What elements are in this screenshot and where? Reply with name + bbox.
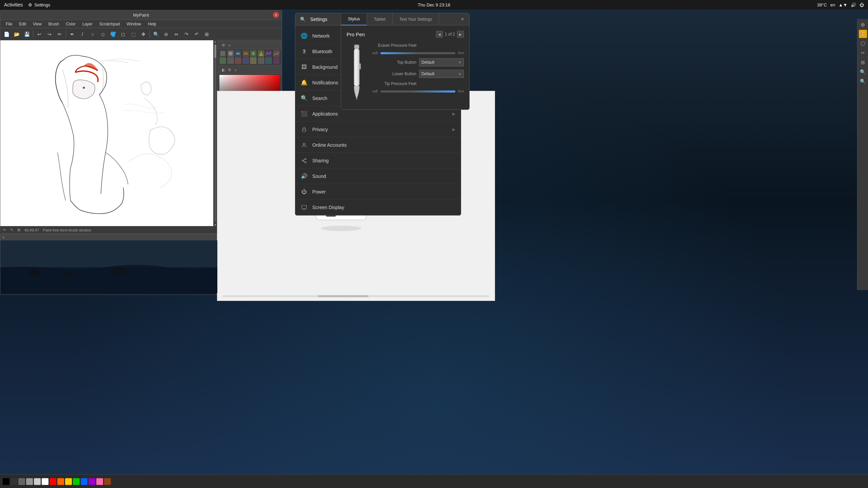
menu-window[interactable]: Window [124,21,144,27]
tablet-scrollbar[interactable] [217,294,495,298]
settings-search-icon[interactable]: 🔍 [298,15,308,24]
brush-cell[interactable] [227,57,234,64]
brush-cell[interactable] [273,50,280,57]
color-swatch[interactable] [26,478,33,485]
settings-nav-item-power[interactable]: ⏻ Power [295,184,461,200]
scroll-up-btn[interactable]: ▲ [214,40,217,43]
toolbar-save[interactable]: 💾 [22,29,32,39]
toolbar-open[interactable]: 📂 [12,29,21,39]
tool-btn-3[interactable]: ⬡ [859,39,867,47]
tip-pressure-slider[interactable] [380,90,455,93]
color-swatch[interactable] [96,478,103,485]
color-swatch[interactable] [3,478,9,485]
brush-cell[interactable] [242,50,249,57]
brush-cell[interactable] [258,57,264,64]
brush-cell[interactable] [265,57,272,64]
brush-cell[interactable] [235,57,241,64]
color-swatch[interactable] [88,478,95,485]
color-swatch[interactable] [81,478,87,485]
toolbar-fill[interactable]: 🪣 [108,29,118,39]
stylus-close-button[interactable]: × [457,14,468,25]
color-swatch[interactable] [65,478,72,485]
lower-button-dropdown[interactable]: Default ▼ [419,70,464,78]
menu-help[interactable]: Help [145,21,159,27]
toolbar-select[interactable]: ⬚ [129,29,138,39]
panel2-btn3[interactable]: × [233,67,238,73]
color-swatch[interactable] [18,478,25,485]
menu-brush[interactable]: Brush [46,21,62,27]
menu-file[interactable]: File [3,21,15,27]
toolbar-rotate-ccw[interactable]: ↶ [192,29,201,39]
color-swatch[interactable] [42,478,48,485]
brush-cell[interactable] [273,57,280,64]
brush-cell[interactable] [235,50,241,57]
settings-nav-item-privacy[interactable]: Privacy ▶ [295,122,461,137]
tool-btn-5[interactable]: ⊞ [859,58,867,66]
panel2-btn1[interactable]: ◧ [221,67,226,73]
brush-cell[interactable] [219,50,226,57]
settings-nav-item-sharing[interactable]: Sharing [295,153,461,168]
brush-cell[interactable] [219,57,226,64]
panel-btn-gear[interactable]: ⚙ [221,43,226,48]
menu-view[interactable]: View [30,21,44,27]
toolbar-fit[interactable]: ⊞ [202,29,212,39]
color-swatch[interactable] [73,478,80,485]
mypaint-close-button[interactable]: × [273,12,279,18]
toolbar-move[interactable]: ✥ [139,29,148,39]
panel-btn-close[interactable]: × [227,43,232,48]
stylus-tab-tablet[interactable]: Tablet [367,13,393,25]
toolbar-redo[interactable]: ↪ [45,29,54,39]
color-swatch[interactable] [57,478,64,485]
eraser-pressure-slider[interactable] [380,52,455,54]
toolbar-eraser[interactable]: ◻ [118,29,128,39]
brush-cell[interactable] [265,50,272,57]
tool-btn-7[interactable]: 🔍 [859,77,867,85]
stylus-tab-test[interactable]: Test Your Settings [393,13,439,25]
activities-button[interactable]: Activities [4,2,23,7]
mypaint-canvas[interactable]: ▲ ▼ [0,40,217,226]
settings-nav-item-online-accounts[interactable]: Online Accounts [295,137,461,153]
stylus-panel: Stylus Tablet Test Your Settings × Pro P… [341,13,470,110]
svg-point-9 [112,267,126,275]
toolbar-zoom-out[interactable]: ⊖ [161,29,171,39]
toolbar-shape[interactable]: ◇ [98,29,107,39]
network-icon: ▲▼ [839,2,847,7]
menu-color[interactable]: Color [63,21,78,27]
color-swatch[interactable] [50,478,56,485]
color-swatch[interactable] [34,478,41,485]
thumb-close-btn[interactable]: × [2,235,4,239]
color-swatch[interactable] [104,478,111,485]
settings-nav-item-sound[interactable]: 🔊 Sound [295,168,461,184]
prev-page-button[interactable]: ◀ [436,31,443,38]
menu-layer[interactable]: Layer [80,21,95,27]
toolbar-mirror[interactable]: ⇔ [172,29,181,39]
brush-cell[interactable] [250,57,257,64]
tool-btn-2[interactable]: 🎨 [859,30,867,38]
color-palette-row [0,478,114,485]
next-page-button[interactable]: ▶ [457,31,464,38]
toolbar-zoom-in[interactable]: 🔍 [151,29,161,39]
tool-btn-6[interactable]: 🔍 [859,68,867,76]
brush-cell[interactable] [242,57,249,64]
notifications-label: Notifications [312,80,338,85]
top-button-dropdown[interactable]: Default ▼ [419,58,464,66]
scroll-down-btn[interactable]: ▼ [214,223,217,226]
menu-scratchpad[interactable]: Scratchpad [97,21,123,27]
toolbar-pencil[interactable]: ✒ [67,29,77,39]
toolbar-undo[interactable]: ↩ [35,29,44,39]
stylus-tab-stylus[interactable]: Stylus [341,13,367,25]
panel2-btn2[interactable]: ⚙ [227,67,232,73]
settings-nav-item-screen-display[interactable]: Screen Display [295,200,461,215]
toolbar-brush1[interactable]: ✏ [55,29,64,39]
tool-btn-1[interactable]: ⊕ [859,20,867,28]
toolbar-line[interactable]: / [78,29,87,39]
toolbar-circle[interactable]: ○ [88,29,97,39]
menu-edit[interactable]: Edit [16,21,29,27]
brush-cell[interactable] [250,50,257,57]
toolbar-new[interactable]: 📄 [2,29,11,39]
brush-cell[interactable] [258,50,264,57]
toolbar-rotate-cw[interactable]: ↷ [182,29,191,39]
color-swatch[interactable] [11,478,17,485]
tool-btn-4[interactable]: ✂ [859,49,867,57]
brush-cell[interactable] [227,50,234,57]
